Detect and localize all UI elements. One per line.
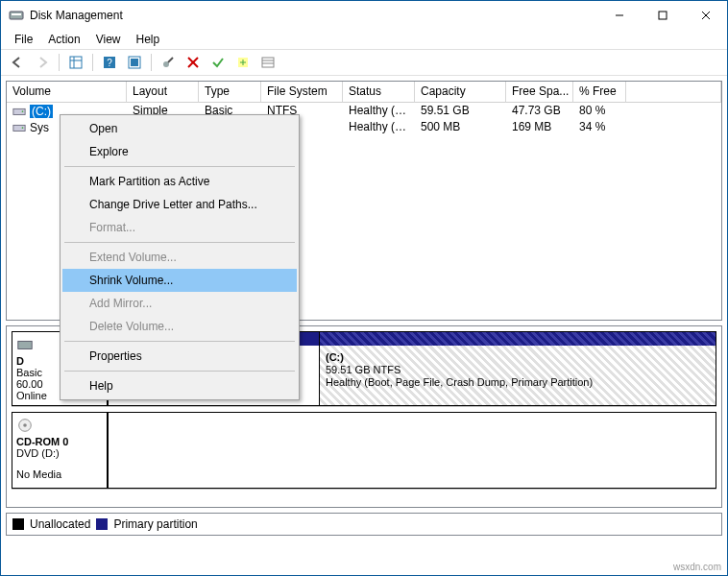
- ctx-mark-active[interactable]: Mark Partition as Active: [62, 170, 297, 193]
- svg-line-14: [168, 58, 173, 62]
- legend-primary: Primary partition: [113, 517, 197, 531]
- context-menu: Open Explore Mark Partition as Active Ch…: [60, 114, 300, 400]
- ctx-shrink[interactable]: Shrink Volume...: [62, 269, 297, 292]
- refresh-button[interactable]: [123, 51, 146, 74]
- ctx-format: Format...: [62, 216, 297, 239]
- check-icon[interactable]: [206, 51, 230, 74]
- separator: [59, 54, 60, 71]
- separator: [151, 54, 152, 71]
- menu-view[interactable]: View: [88, 31, 129, 48]
- swatch-unallocated: [12, 518, 24, 530]
- ctx-properties[interactable]: Properties: [62, 345, 297, 368]
- svg-rect-3: [659, 12, 667, 19]
- titlebar: Disk Management: [1, 1, 727, 30]
- toolbar: ?: [1, 49, 727, 76]
- forward-button[interactable]: [31, 51, 54, 74]
- menubar: File Action View Help: [1, 30, 727, 49]
- svg-rect-12: [131, 59, 138, 66]
- cdrom-icon: [16, 417, 34, 434]
- separator: [64, 166, 295, 167]
- ctx-change-letter[interactable]: Change Drive Letter and Paths...: [62, 193, 297, 216]
- window-title: Disk Management: [30, 9, 597, 22]
- ctx-mirror: Add Mirror...: [62, 292, 297, 315]
- watermark: wsxdn.com: [673, 562, 721, 572]
- svg-text:?: ?: [107, 58, 112, 68]
- col-free[interactable]: Free Spa...: [506, 82, 573, 103]
- delete-icon[interactable]: [182, 51, 205, 74]
- cdrom-strip[interactable]: [108, 412, 716, 489]
- partition-bar: [320, 332, 716, 346]
- col-volume[interactable]: Volume: [7, 82, 127, 103]
- legend: Unallocated Primary partition: [6, 513, 722, 536]
- legend-unallocated: Unallocated: [30, 517, 90, 531]
- svg-point-22: [22, 110, 24, 112]
- ctx-extend: Extend Volume...: [62, 246, 297, 269]
- svg-point-27: [23, 423, 27, 427]
- volume-name: (C:): [30, 105, 53, 118]
- ctx-explore[interactable]: Explore: [62, 140, 297, 163]
- list-icon[interactable]: [256, 51, 279, 74]
- menu-action[interactable]: Action: [40, 31, 87, 48]
- help-button[interactable]: ?: [98, 51, 121, 74]
- volume-name: Sys: [30, 121, 49, 134]
- app-icon: [9, 8, 24, 23]
- col-empty[interactable]: [626, 82, 721, 103]
- swatch-primary: [96, 518, 108, 530]
- rescan-icon[interactable]: [231, 51, 255, 74]
- maximize-button[interactable]: [641, 1, 684, 30]
- separator: [64, 371, 295, 372]
- ctx-delete: Delete Volume...: [62, 315, 297, 338]
- svg-rect-18: [262, 58, 274, 67]
- separator: [64, 242, 295, 243]
- close-button[interactable]: [684, 1, 727, 30]
- column-headers: Volume Layout Type File System Status Ca…: [7, 82, 721, 103]
- col-pct[interactable]: % Free: [573, 82, 626, 103]
- col-layout[interactable]: Layout: [127, 82, 199, 103]
- svg-rect-1: [12, 13, 21, 15]
- separator: [64, 341, 295, 342]
- col-type[interactable]: Type: [199, 82, 261, 103]
- menu-help[interactable]: Help: [129, 31, 168, 48]
- partition-c[interactable]: (C:) 59.51 GB NTFS Healthy (Boot, Page F…: [319, 332, 716, 405]
- col-status[interactable]: Status: [343, 82, 415, 103]
- disk-icon: [16, 336, 34, 353]
- cdrom-name: CD-ROM 0: [16, 436, 103, 447]
- cdrom-info[interactable]: CD-ROM 0 DVD (D:) No Media: [12, 412, 108, 489]
- col-fs[interactable]: File System: [261, 82, 343, 103]
- drive-icon: [12, 121, 26, 134]
- col-capacity[interactable]: Capacity: [415, 82, 506, 103]
- settings-icon[interactable]: [157, 51, 180, 74]
- drive-icon: [12, 105, 26, 118]
- svg-rect-23: [13, 125, 25, 131]
- svg-rect-21: [13, 108, 25, 114]
- ctx-help[interactable]: Help: [62, 374, 297, 397]
- show-hide-button[interactable]: [64, 51, 87, 74]
- back-button[interactable]: [6, 51, 29, 74]
- separator: [92, 54, 93, 71]
- svg-rect-6: [70, 57, 82, 68]
- svg-point-24: [22, 127, 24, 129]
- svg-rect-25: [18, 341, 32, 348]
- cdrom-row: CD-ROM 0 DVD (D:) No Media: [12, 412, 716, 490]
- menu-file[interactable]: File: [7, 31, 40, 48]
- minimize-button[interactable]: [597, 1, 641, 30]
- ctx-open[interactable]: Open: [62, 117, 297, 140]
